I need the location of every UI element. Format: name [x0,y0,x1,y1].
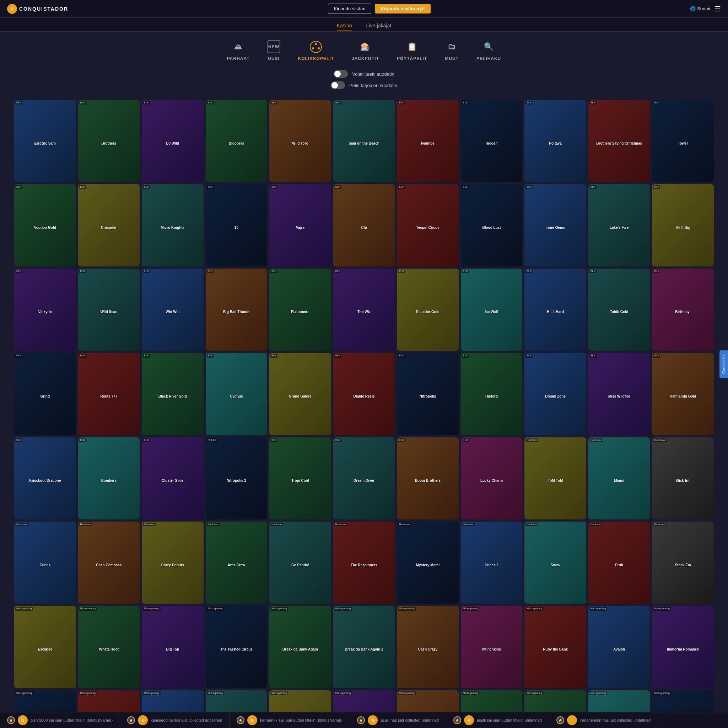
game-card[interactable]: ELKGrand Galore [269,353,331,435]
game-card[interactable]: ELKHit It Hard [525,269,586,351]
game-card[interactable]: MicrogamingEscapee [14,606,76,688]
game-card[interactable]: HacksawCubes [14,522,76,604]
game-card[interactable]: ELKEcuador Gold [397,269,459,351]
tab-casino[interactable]: Kasino [337,21,352,31]
game-card[interactable]: ELKThe Wiz [333,269,395,351]
game-card[interactable]: ELKBig Bad Thundr [206,269,268,351]
game-card[interactable]: RELAXNitropolis 2 [206,437,268,520]
game-card[interactable]: ELKCrusader [78,184,140,266]
game-card[interactable]: ELKTower [652,100,714,182]
contact-tab[interactable]: Contact Us [719,350,728,378]
game-card[interactable]: ELKBombers [78,437,140,520]
game-card[interactable]: ELKTespin Circus [397,184,459,266]
game-title: Big Bad Thundr [223,310,250,314]
game-card[interactable]: MicrogamingAvalon [588,606,650,688]
game-title: Knockout Dracone [29,479,61,483]
game-card[interactable]: ELKBirthday! [652,269,714,351]
game-card[interactable]: ELKBrothers Saving Christmas [588,100,650,182]
game-card[interactable]: HacksawCash Compass [78,522,140,604]
game-card[interactable]: ELKMiss Wildfire [588,353,650,435]
category-best[interactable]: ⛰ PARHAAT [227,40,250,61]
game-card[interactable]: ELKDream Diver [333,437,395,520]
game-card[interactable]: HacksawFruit [588,522,650,604]
game-card[interactable]: ELKDream Zone [525,353,586,435]
game-card[interactable]: ELKVajra [269,184,331,266]
register-button[interactable]: Kirjaudu sisään nyt! [375,4,430,14]
game-card[interactable]: MicrogamingCash Crazy [397,606,459,688]
game-card[interactable]: ELKGrind [14,353,76,435]
game-card[interactable]: MicrogamingBig Top [142,606,203,688]
game-card[interactable]: ELKIvanhoe [397,100,459,182]
ticker-item: ⭐Kkamaleddine has just collected undefin… [120,713,229,728]
game-card[interactable]: ELKPoltava [525,100,586,182]
game-card[interactable]: HacksawStick Em [652,437,714,520]
category-jackpot[interactable]: 🎰 JACKPOTIT [352,40,379,61]
game-card[interactable]: HacksawMiami [588,437,650,520]
game-card[interactable]: ELKIce Wolf [461,269,523,351]
game-card[interactable]: HacksawMystery Motel [397,522,459,604]
game-card[interactable]: ELKDJ Wild [142,100,203,182]
game-card[interactable]: ELKSam on the Beach [333,100,395,182]
game-card[interactable]: ELKDiablo Reels [333,353,395,435]
game-card[interactable]: ELK10 [206,184,268,266]
game-card[interactable]: ELKBlood Lust [461,184,523,266]
provider-badge: ELK [589,101,596,104]
game-card[interactable]: ELKBlack River Gold [142,353,203,435]
category-new[interactable]: NEW UUSI [268,40,280,61]
table-icon: 📋 [406,40,419,53]
language-selector[interactable]: 🌐 Suomi [690,6,710,11]
category-slots[interactable]: KOLIKKOPELIT [298,40,334,61]
game-card[interactable]: ELKCygnus [206,353,268,435]
game-card[interactable]: HacksawSnow [525,522,586,604]
game-card[interactable]: MicrogamingBreak da Bank Again 2 [333,606,395,688]
game-card[interactable]: ELKTropi Cool [269,437,331,520]
game-card[interactable]: ELKRoute 777 [78,353,140,435]
game-card[interactable]: ELKBoom Brothers [397,437,459,520]
game-card[interactable]: ELKElectric Sam [14,100,76,182]
game-card[interactable]: ELKPlatooners [269,269,331,351]
game-card[interactable]: ELKWin Win [142,269,203,351]
game-card[interactable]: ELKBrothers [78,100,140,182]
game-card[interactable]: HacksawCrazy Donuts [142,522,203,604]
menu-icon[interactable]: ☰ [714,5,721,13]
game-card[interactable]: HacksawGo Panda! [269,522,331,604]
game-card[interactable]: MicrogamingWhata Hoot [78,606,140,688]
game-card[interactable]: ELKHidden [461,100,523,182]
game-card[interactable]: ELKLake's Five [588,184,650,266]
game-card[interactable]: HacksawThe Respinners [333,522,395,604]
game-card[interactable]: MicrogamingThe Twisted Circus [206,606,268,688]
tab-live[interactable]: Live-jakajat [366,21,391,31]
game-card[interactable]: ELKKnockout Dracone [14,437,76,520]
game-card[interactable]: MicrogamingBreak da Bank Again [269,606,331,688]
game-card[interactable]: ELKHit It Big [652,184,714,266]
game-card[interactable]: ELKHistorg [461,353,523,435]
game-card[interactable]: ELKBloopers [206,100,268,182]
game-card[interactable]: ELKWild Seas [78,269,140,351]
game-card[interactable]: ELKMicro Knights [142,184,203,266]
game-card[interactable]: HacksawStack Em [652,522,714,604]
provider-badge: ELK [334,439,341,442]
volatility-toggle[interactable] [333,70,348,78]
game-card[interactable]: MicrogamingMunchkins [461,606,523,688]
game-card[interactable]: ELKTahiti Gold [588,269,650,351]
category-other[interactable]: 🗂 MUUT [445,40,459,61]
category-search[interactable]: 🔍 PELIHAKU [476,40,501,61]
provider-toggle[interactable] [331,81,345,89]
game-card[interactable]: HacksawToM ToM [525,437,586,520]
game-card[interactable]: ELKKatmandu Gold [652,353,714,435]
game-card[interactable]: HacksawCubes 2 [461,522,523,604]
game-card[interactable]: ELKChi [333,184,395,266]
game-card[interactable]: MicrogamingRuby the Bank [525,606,586,688]
game-card[interactable]: ELKWild Toro [269,100,331,182]
ticker-item: ⭐Aasulli sai juuri uuden tittelin undefi… [446,713,549,728]
category-table[interactable]: 📋 PÖYTÄPELIT [397,40,427,61]
game-card[interactable]: ELKInner Gems [525,184,586,266]
game-card[interactable]: ELKNitropolis [397,353,459,435]
login-button[interactable]: Kirjaudu sisään [328,3,372,14]
game-card[interactable]: HacksawAnts Crew [206,522,268,604]
game-card[interactable]: ELKCluster Slide [142,437,203,520]
game-card[interactable]: MicrogamingImmortal Romance [652,606,714,688]
game-card[interactable]: ELKVoodoo Gold [14,184,76,266]
game-card[interactable]: ELKValkyrie [14,269,76,351]
game-card[interactable]: ELKLucky Charm [461,437,523,520]
